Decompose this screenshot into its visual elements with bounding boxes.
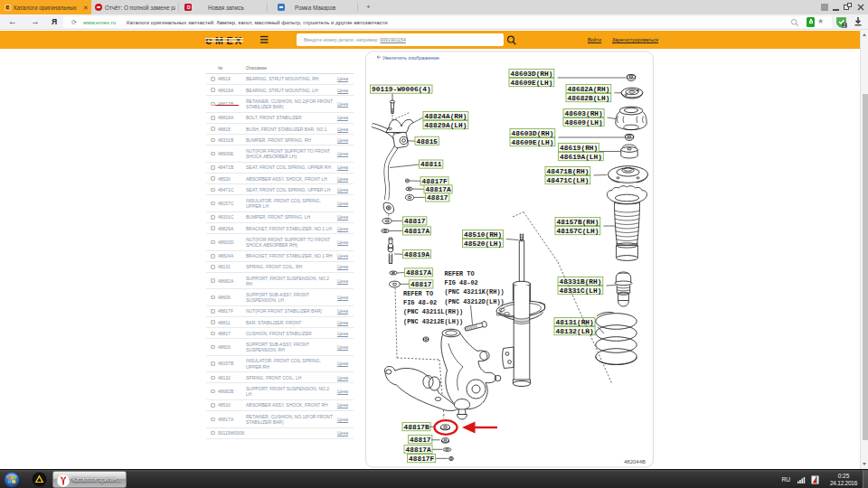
svg-text:48817F: 48817F bbox=[422, 178, 448, 185]
svg-text:48131(RH): 48131(RH) bbox=[556, 319, 594, 326]
svg-text:482044B: 482044B bbox=[624, 459, 646, 465]
svg-text:48811: 48811 bbox=[420, 161, 442, 168]
svg-text:48817: 48817 bbox=[410, 436, 431, 444]
svg-text:48817: 48817 bbox=[410, 281, 432, 288]
svg-text:48682A(RH): 48682A(RH) bbox=[568, 86, 610, 93]
svg-text:48817A: 48817A bbox=[404, 228, 429, 235]
svg-text:48619(RH): 48619(RH) bbox=[560, 145, 598, 152]
svg-text:FIG 48-02: FIG 48-02 bbox=[403, 299, 437, 306]
svg-text:48157C(LH): 48157C(LH) bbox=[557, 228, 599, 235]
svg-text:48471C(LH): 48471C(LH) bbox=[547, 177, 590, 184]
svg-text:48619A(LH): 48619A(LH) bbox=[560, 154, 602, 161]
svg-text:48817B: 48817B bbox=[404, 424, 429, 431]
svg-text:48817A: 48817A bbox=[406, 446, 431, 454]
svg-text:48520(LH): 48520(LH) bbox=[464, 240, 502, 248]
svg-text:48815: 48815 bbox=[417, 138, 439, 145]
svg-text:(PNC 43212E(LH)): (PNC 43212E(LH)) bbox=[403, 318, 463, 325]
svg-text:48510(RH): 48510(RH) bbox=[464, 231, 502, 239]
svg-text:48132(LH): 48132(LH) bbox=[556, 328, 594, 335]
svg-text:FIG 48-02: FIG 48-02 bbox=[445, 279, 478, 286]
svg-text:48817A: 48817A bbox=[426, 186, 451, 193]
svg-text:48817: 48817 bbox=[404, 218, 426, 225]
svg-text:48157B(RH): 48157B(RH) bbox=[557, 219, 599, 226]
svg-text:REFER TO: REFER TO bbox=[445, 270, 475, 277]
svg-text:(PNC 43211L(RH)): (PNC 43211L(RH)) bbox=[403, 308, 463, 315]
svg-text:48603D(RH): 48603D(RH) bbox=[512, 130, 554, 137]
svg-text:48603(RH): 48603(RH) bbox=[565, 110, 603, 117]
svg-text:48817: 48817 bbox=[427, 194, 448, 202]
svg-text:48331C(LH): 48331C(LH) bbox=[560, 287, 602, 295]
svg-text:48817F: 48817F bbox=[409, 455, 434, 463]
svg-text:48819A: 48819A bbox=[404, 251, 429, 258]
svg-text:(PNC 43212D(LH)): (PNC 43212D(LH)) bbox=[445, 298, 505, 305]
svg-text:48603D(RH): 48603D(RH) bbox=[511, 70, 553, 78]
svg-text:48609E(LH): 48609E(LH) bbox=[512, 139, 554, 146]
svg-text:48682B(LH): 48682B(LH) bbox=[568, 95, 610, 102]
svg-text:48609E(LH): 48609E(LH) bbox=[511, 80, 553, 87]
svg-text:48817A: 48817A bbox=[406, 269, 431, 277]
svg-text:Увеличить изображение: Увеличить изображение bbox=[382, 55, 439, 61]
svg-text:48829A(LH): 48829A(LH) bbox=[425, 122, 467, 129]
svg-text:REFER TO: REFER TO bbox=[403, 290, 433, 297]
svg-text:90119-W0006(4): 90119-W0006(4) bbox=[372, 86, 431, 93]
svg-text:48609(LH): 48609(LH) bbox=[565, 119, 603, 127]
svg-text:(PNC 43211K(RH)): (PNC 43211K(RH)) bbox=[445, 288, 505, 296]
svg-text:48471B(RH): 48471B(RH) bbox=[547, 168, 590, 175]
svg-text:48824A(RH): 48824A(RH) bbox=[425, 113, 467, 120]
